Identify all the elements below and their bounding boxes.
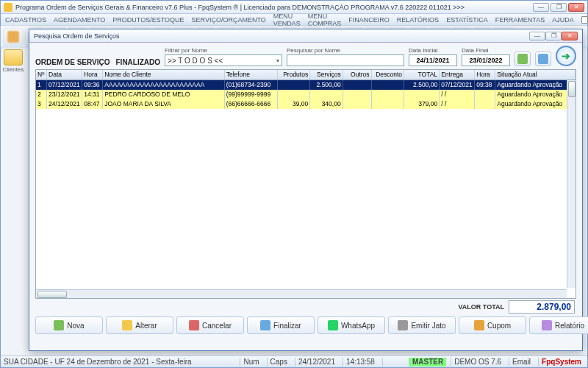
col-tel[interactable]: Telefone — [225, 70, 278, 79]
col-serv[interactable]: Serviços — [310, 70, 343, 79]
check-icon — [260, 320, 270, 330]
cell: 3 — [36, 99, 47, 109]
finalizar-button[interactable]: Finalizar — [247, 316, 315, 334]
refresh-button[interactable] — [535, 52, 551, 66]
menu-agendamento[interactable]: AGENDAMENTO — [54, 16, 105, 24]
status-user: MASTER — [409, 358, 446, 367]
menu-vendas[interactable]: MENU VENDAS — [273, 13, 301, 27]
report-icon — [542, 320, 552, 330]
cell: (99)99999-9999 — [225, 90, 278, 99]
date-end-input[interactable]: 23/01/2022 — [462, 54, 510, 66]
status-location: SUA CIDADE - UF 24 de Dezembro de 2021 -… — [4, 358, 192, 366]
scroll-thumb[interactable] — [37, 291, 67, 298]
horizontal-scrollbar[interactable] — [36, 289, 567, 298]
search-dialog: Pesquisa Ordem de Serviços — ❐ ✕ ORDEM D… — [29, 29, 583, 351]
menu-email[interactable]: E-MAIL — [581, 13, 588, 27]
menu-cadastros[interactable]: CADASTROS — [5, 16, 46, 24]
toolbar-button[interactable] — [4, 28, 23, 46]
col-tot[interactable]: TOTAL — [404, 70, 440, 79]
edit-icon — [122, 320, 132, 330]
status-email[interactable]: Email — [509, 358, 534, 367]
cell: JOAO MARIA DA SILVA — [103, 99, 225, 109]
col-nome[interactable]: Nome do Cliente — [103, 70, 225, 79]
cell: Aguardando Aprovação — [495, 90, 576, 99]
print-icon — [398, 320, 408, 330]
col-n[interactable]: Nº — [36, 70, 47, 79]
date-start-input[interactable]: 24/11/2021 — [409, 54, 457, 66]
col-sit[interactable]: Situação Atual — [495, 70, 576, 79]
col-data[interactable]: Data — [47, 70, 82, 79]
cell — [310, 90, 343, 99]
grid-header: Nº Data Hora Nome do Cliente Telefone Pr… — [36, 70, 576, 80]
app-icon — [4, 3, 12, 12]
col-ehr[interactable]: Hora — [475, 70, 495, 79]
search-name-label: Pesquisar por Nome — [287, 47, 404, 54]
nova-button[interactable]: Nova — [35, 316, 103, 334]
search-name-input[interactable] — [287, 54, 404, 66]
clientes-icon[interactable] — [4, 49, 23, 66]
col-hora[interactable]: Hora — [82, 70, 103, 79]
left-sidebar: Clientes — [2, 49, 24, 73]
cell: / / — [440, 99, 475, 109]
cancel-icon — [189, 320, 199, 330]
scroll-thumb[interactable] — [568, 81, 576, 97]
filter-name-combo[interactable]: >> T O D O S << — [165, 54, 282, 66]
cancelar-button[interactable]: Cancelar — [176, 316, 244, 334]
total-value: 2.879,00 — [509, 300, 575, 314]
vertical-scrollbar[interactable] — [567, 80, 576, 288]
cupom-button[interactable]: Cupom — [459, 316, 526, 334]
header-status: FINALIZADO — [116, 58, 161, 66]
cell — [343, 99, 372, 109]
dialog-close-button[interactable]: ✕ — [562, 32, 578, 40]
maximize-button[interactable]: ❐ — [551, 3, 567, 12]
cell: 23/12/2021 — [47, 90, 82, 99]
dialog-maximize-button[interactable]: ❐ — [545, 32, 562, 40]
col-out[interactable]: Outros — [343, 70, 372, 79]
menu-ferramentas[interactable]: FERRAMENTAS — [495, 16, 545, 24]
relatorio-button[interactable]: Relatório — [529, 316, 588, 334]
cell: 09:38 — [475, 80, 495, 90]
cell: 340,00 — [310, 99, 343, 109]
table-row[interactable]: 107/12/202109:36AAAAAAAAAAAAAAAAAAAAAAAA… — [36, 80, 576, 90]
status-num: Num — [240, 358, 262, 367]
cell: 08:47 — [82, 99, 103, 109]
table-row[interactable]: 324/12/202108:47JOAO MARIA DA SILVA(66)6… — [36, 99, 576, 109]
close-button[interactable]: ✕ — [568, 3, 584, 12]
menu-relatorios[interactable]: RELATÓRIOS — [397, 16, 439, 24]
calendar-button[interactable] — [514, 52, 531, 66]
go-button[interactable]: ➔ — [556, 46, 576, 66]
menu-produtos[interactable]: PRODUTOS/ESTOQUE — [112, 16, 184, 24]
app-window: Programa Ordem de Serviços Gerais & Fina… — [0, 0, 588, 368]
cell: 14:31 — [82, 90, 103, 99]
menu-estatistica[interactable]: ESTATÍSTICA — [446, 16, 488, 24]
minimize-button[interactable]: — — [533, 3, 549, 12]
button-bar: Nova Alterar Cancelar Finalizar WhatsApp… — [29, 314, 582, 337]
mail-icon — [581, 16, 588, 24]
cell — [404, 90, 440, 99]
menu-compras[interactable]: MENU COMPRAS — [308, 13, 342, 27]
refresh-icon — [538, 54, 548, 64]
dialog-title: Pesquisa Ordem de Serviços — [34, 32, 529, 40]
menu-financeiro[interactable]: FINANCEIRO — [348, 16, 390, 24]
dialog-minimize-button[interactable]: — — [529, 32, 545, 40]
status-demo: DEMO OS 7.6 — [451, 358, 504, 367]
cell — [343, 90, 372, 99]
whatsapp-icon — [328, 320, 338, 330]
table-row[interactable]: 223/12/202114:31PEDRO CARDOSO DE MELO(99… — [36, 90, 576, 99]
app-title: Programa Ordem de Serviços Gerais & Fina… — [15, 4, 533, 11]
menu-servico[interactable]: SERVIÇO/ORÇAMENTO — [192, 16, 266, 24]
cell — [278, 90, 310, 99]
cell: 2 — [36, 90, 47, 99]
cell: AAAAAAAAAAAAAAAAAAAAAAAA — [103, 80, 225, 90]
whatsapp-button[interactable]: WhatsApp — [318, 316, 385, 334]
col-prod[interactable]: Produtos — [278, 70, 310, 79]
plus-icon — [54, 320, 64, 330]
emitir-button[interactable]: Emitir Jato — [388, 316, 456, 334]
col-ent[interactable]: Entrega — [440, 70, 475, 79]
alterar-button[interactable]: Alterar — [106, 316, 173, 334]
results-grid[interactable]: Nº Data Hora Nome do Cliente Telefone Pr… — [35, 69, 576, 299]
col-desc[interactable]: Desconto — [372, 70, 404, 79]
status-brand[interactable]: FpqSystem — [538, 358, 584, 367]
cell — [278, 80, 310, 90]
menu-ajuda[interactable]: AJUDA — [552, 16, 574, 24]
